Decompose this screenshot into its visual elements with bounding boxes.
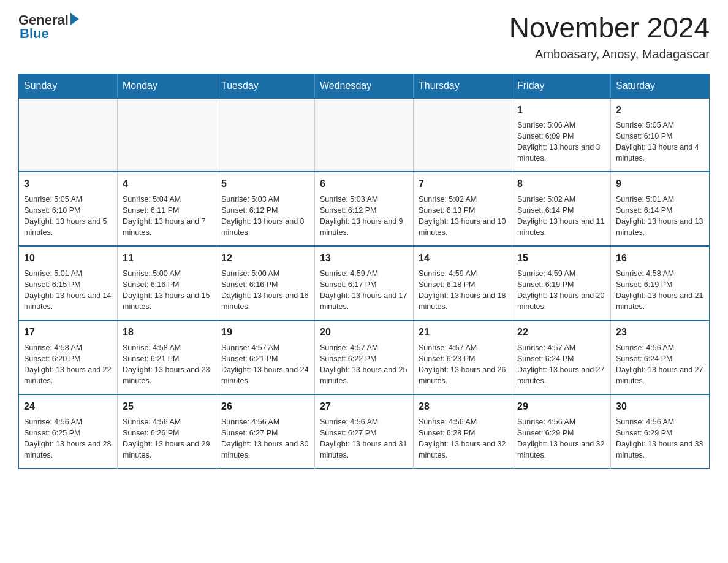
day-cell [216, 98, 315, 172]
day-number: 8 [517, 177, 605, 191]
day-cell: 28Sunrise: 4:56 AMSunset: 6:28 PMDayligh… [414, 394, 512, 468]
day-info: Sunrise: 4:56 AMSunset: 6:29 PMDaylight:… [616, 416, 704, 461]
day-cell: 24Sunrise: 4:56 AMSunset: 6:25 PMDayligh… [19, 394, 118, 468]
day-number: 22 [517, 326, 605, 339]
day-number: 27 [320, 400, 408, 413]
day-cell: 11Sunrise: 5:00 AMSunset: 6:16 PMDayligh… [118, 246, 216, 320]
day-cell: 16Sunrise: 4:58 AMSunset: 6:19 PMDayligh… [611, 246, 710, 320]
day-info: Sunrise: 5:05 AMSunset: 6:10 PMDaylight:… [616, 120, 704, 164]
day-number: 29 [517, 400, 605, 413]
day-header-thursday: Thursday [414, 74, 512, 98]
day-info: Sunrise: 4:56 AMSunset: 6:24 PMDaylight:… [616, 342, 704, 387]
day-info: Sunrise: 4:57 AMSunset: 6:21 PMDaylight:… [221, 342, 309, 387]
day-cell: 5Sunrise: 5:03 AMSunset: 6:12 PMDaylight… [216, 172, 315, 246]
day-cell: 13Sunrise: 4:59 AMSunset: 6:17 PMDayligh… [315, 246, 414, 320]
page-header: General Blue November 2024 Amboasary, An… [18, 12, 710, 61]
day-cell: 15Sunrise: 4:59 AMSunset: 6:19 PMDayligh… [512, 246, 611, 320]
day-info: Sunrise: 5:03 AMSunset: 6:12 PMDaylight:… [221, 194, 309, 239]
day-info: Sunrise: 5:04 AMSunset: 6:11 PMDaylight:… [123, 194, 211, 239]
day-cell [414, 98, 512, 172]
day-cell: 22Sunrise: 4:57 AMSunset: 6:24 PMDayligh… [512, 320, 611, 394]
title-section: November 2024 Amboasary, Anosy, Madagasc… [509, 12, 710, 61]
day-info: Sunrise: 4:57 AMSunset: 6:24 PMDaylight:… [517, 342, 605, 387]
day-cell: 19Sunrise: 4:57 AMSunset: 6:21 PMDayligh… [216, 320, 315, 394]
day-number: 10 [24, 251, 112, 265]
day-number: 28 [419, 400, 507, 413]
day-number: 23 [616, 326, 704, 339]
day-cell: 12Sunrise: 5:00 AMSunset: 6:16 PMDayligh… [216, 246, 315, 320]
day-header-sunday: Sunday [19, 74, 118, 98]
day-cell: 30Sunrise: 4:56 AMSunset: 6:29 PMDayligh… [611, 394, 710, 468]
day-number: 7 [419, 177, 507, 191]
day-info: Sunrise: 4:56 AMSunset: 6:29 PMDaylight:… [517, 416, 605, 461]
day-info: Sunrise: 4:58 AMSunset: 6:19 PMDaylight:… [616, 268, 704, 313]
day-cell: 7Sunrise: 5:02 AMSunset: 6:13 PMDaylight… [414, 172, 512, 246]
day-number: 15 [517, 251, 605, 265]
day-header-wednesday: Wednesday [315, 74, 414, 98]
day-number: 21 [419, 326, 507, 339]
day-number: 2 [616, 104, 704, 117]
day-number: 3 [24, 177, 112, 191]
day-cell: 27Sunrise: 4:56 AMSunset: 6:27 PMDayligh… [315, 394, 414, 468]
day-number: 12 [221, 251, 309, 265]
day-cell: 9Sunrise: 5:01 AMSunset: 6:14 PMDaylight… [611, 172, 710, 246]
day-cell: 26Sunrise: 4:56 AMSunset: 6:27 PMDayligh… [216, 394, 315, 468]
day-info: Sunrise: 5:06 AMSunset: 6:09 PMDaylight:… [517, 120, 605, 164]
day-info: Sunrise: 5:01 AMSunset: 6:15 PMDaylight:… [24, 268, 112, 313]
calendar-header: SundayMondayTuesdayWednesdayThursdayFrid… [19, 74, 710, 98]
logo-triangle-icon [70, 13, 79, 25]
day-info: Sunrise: 5:02 AMSunset: 6:13 PMDaylight:… [419, 194, 507, 239]
day-cell: 3Sunrise: 5:05 AMSunset: 6:10 PMDaylight… [19, 172, 118, 246]
week-row-3: 10Sunrise: 5:01 AMSunset: 6:15 PMDayligh… [19, 246, 710, 320]
day-number: 30 [616, 400, 704, 413]
day-info: Sunrise: 4:56 AMSunset: 6:25 PMDaylight:… [24, 416, 112, 461]
day-info: Sunrise: 4:57 AMSunset: 6:23 PMDaylight:… [419, 342, 507, 387]
day-number: 17 [24, 326, 112, 339]
day-cell: 6Sunrise: 5:03 AMSunset: 6:12 PMDaylight… [315, 172, 414, 246]
day-number: 5 [221, 177, 309, 191]
day-cell: 4Sunrise: 5:04 AMSunset: 6:11 PMDaylight… [118, 172, 216, 246]
week-row-5: 24Sunrise: 4:56 AMSunset: 6:25 PMDayligh… [19, 394, 710, 468]
logo: General Blue [18, 12, 79, 42]
day-number: 18 [123, 326, 211, 339]
day-cell: 20Sunrise: 4:57 AMSunset: 6:22 PMDayligh… [315, 320, 414, 394]
week-row-2: 3Sunrise: 5:05 AMSunset: 6:10 PMDaylight… [19, 172, 710, 246]
day-cell: 1Sunrise: 5:06 AMSunset: 6:09 PMDaylight… [512, 98, 611, 172]
day-cell: 14Sunrise: 4:59 AMSunset: 6:18 PMDayligh… [414, 246, 512, 320]
day-cell: 18Sunrise: 4:58 AMSunset: 6:21 PMDayligh… [118, 320, 216, 394]
day-number: 14 [419, 251, 507, 265]
day-number: 26 [221, 400, 309, 413]
day-header-tuesday: Tuesday [216, 74, 315, 98]
day-info: Sunrise: 4:59 AMSunset: 6:18 PMDaylight:… [419, 268, 507, 313]
day-info: Sunrise: 4:56 AMSunset: 6:28 PMDaylight:… [419, 416, 507, 461]
logo-blue-text: Blue [20, 26, 49, 42]
week-row-1: 1Sunrise: 5:06 AMSunset: 6:09 PMDaylight… [19, 98, 710, 172]
day-header-friday: Friday [512, 74, 611, 98]
day-info: Sunrise: 5:00 AMSunset: 6:16 PMDaylight:… [123, 268, 211, 313]
day-number: 1 [517, 104, 605, 117]
day-info: Sunrise: 4:58 AMSunset: 6:21 PMDaylight:… [123, 342, 211, 387]
day-cell: 8Sunrise: 5:02 AMSunset: 6:14 PMDaylight… [512, 172, 611, 246]
calendar-body: 1Sunrise: 5:06 AMSunset: 6:09 PMDaylight… [19, 98, 710, 469]
day-number: 20 [320, 326, 408, 339]
day-info: Sunrise: 4:56 AMSunset: 6:26 PMDaylight:… [123, 416, 211, 461]
day-cell: 2Sunrise: 5:05 AMSunset: 6:10 PMDaylight… [611, 98, 710, 172]
day-number: 9 [616, 177, 704, 191]
day-cell: 29Sunrise: 4:56 AMSunset: 6:29 PMDayligh… [512, 394, 611, 468]
day-number: 16 [616, 251, 704, 265]
day-cell: 23Sunrise: 4:56 AMSunset: 6:24 PMDayligh… [611, 320, 710, 394]
day-cell [19, 98, 118, 172]
day-number: 11 [123, 251, 211, 265]
day-info: Sunrise: 4:57 AMSunset: 6:22 PMDaylight:… [320, 342, 408, 387]
day-info: Sunrise: 5:03 AMSunset: 6:12 PMDaylight:… [320, 194, 408, 239]
day-cell [315, 98, 414, 172]
day-number: 24 [24, 400, 112, 413]
day-cell: 10Sunrise: 5:01 AMSunset: 6:15 PMDayligh… [19, 246, 118, 320]
day-number: 25 [123, 400, 211, 413]
day-cell: 21Sunrise: 4:57 AMSunset: 6:23 PMDayligh… [414, 320, 512, 394]
day-number: 4 [123, 177, 211, 191]
day-cell: 17Sunrise: 4:58 AMSunset: 6:20 PMDayligh… [19, 320, 118, 394]
day-info: Sunrise: 4:59 AMSunset: 6:19 PMDaylight:… [517, 268, 605, 313]
day-info: Sunrise: 5:00 AMSunset: 6:16 PMDaylight:… [221, 268, 309, 313]
day-info: Sunrise: 4:59 AMSunset: 6:17 PMDaylight:… [320, 268, 408, 313]
